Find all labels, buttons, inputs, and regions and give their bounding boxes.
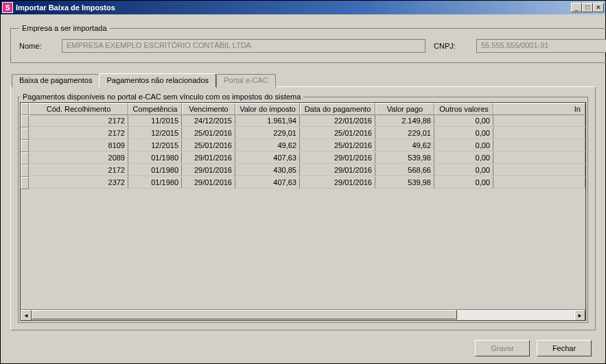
scroll-track[interactable] [32, 310, 574, 320]
nome-field: EMPRESA EXEMPLO ESCRITÓRIO CONTÁBIL LTDA [62, 39, 426, 53]
cell-rest[interactable] [493, 115, 585, 127]
row-handle[interactable] [21, 140, 29, 152]
cell-valor[interactable]: 407,63 [235, 152, 300, 164]
cell-valor-pago[interactable]: 568,66 [375, 165, 434, 176]
cell-valor[interactable]: 407,63 [235, 177, 300, 189]
cell-valor-pago[interactable]: 49,62 [375, 140, 434, 151]
cell-data-pag[interactable]: 25/01/2016 [300, 140, 375, 151]
cell-venc[interactable]: 29/01/2016 [182, 165, 235, 176]
cell-rest[interactable] [493, 140, 585, 151]
horizontal-scrollbar[interactable]: ◄ ► [21, 309, 585, 320]
row-handle[interactable] [21, 115, 29, 128]
col-valor-pago[interactable]: Valor pago [375, 103, 434, 115]
cell-rest[interactable] [493, 128, 585, 139]
cell-valor[interactable]: 430,85 [235, 165, 300, 176]
table-row[interactable]: 217212/201525/01/2016229,0125/01/2016229… [21, 128, 585, 140]
col-data-pagamento[interactable]: Data do pagamento [300, 103, 375, 115]
window-title: Importar Baixa de Impostos [16, 3, 571, 12]
cell-valor-pago[interactable]: 229,01 [375, 128, 434, 139]
table-row[interactable]: 208901/198029/01/2016407,6329/01/2016539… [21, 152, 585, 165]
gravar-button: Gravar [475, 340, 530, 356]
cell-outros[interactable]: 0,00 [434, 128, 493, 139]
cell-comp[interactable]: 11/2015 [128, 115, 182, 127]
cell-cod[interactable]: 8109 [29, 140, 128, 151]
footer: Gravar Fechar [8, 336, 598, 358]
row-handle[interactable] [21, 177, 29, 189]
grid-body[interactable]: 217211/201524/12/20151.961,9422/01/20162… [21, 115, 585, 309]
cell-outros[interactable]: 0,00 [434, 140, 493, 151]
table-row[interactable]: 217211/201524/12/20151.961,9422/01/20162… [21, 115, 585, 128]
cell-comp[interactable]: 01/1980 [128, 177, 182, 189]
cell-comp[interactable]: 01/1980 [128, 165, 182, 176]
company-fieldset: Empresa a ser importada Nome: EMPRESA EX… [10, 24, 606, 63]
col-in[interactable]: In [493, 103, 585, 115]
table-row[interactable]: 237201/198029/01/2016407,6329/01/2016539… [21, 177, 585, 189]
cell-comp[interactable]: 12/2015 [128, 128, 182, 139]
cell-venc[interactable]: 29/01/2016 [182, 152, 235, 164]
scroll-left-button[interactable]: ◄ [21, 310, 32, 321]
cell-rest[interactable] [493, 177, 585, 189]
cell-valor[interactable]: 1.961,94 [235, 115, 300, 127]
cell-rest[interactable] [493, 165, 585, 176]
cell-venc[interactable]: 29/01/2016 [182, 177, 235, 189]
cell-cod[interactable]: 2172 [29, 115, 128, 127]
cell-venc[interactable]: 24/12/2015 [182, 115, 235, 127]
cell-valor[interactable]: 49,62 [235, 140, 300, 151]
cell-comp[interactable]: 12/2015 [128, 140, 182, 151]
cell-comp[interactable]: 01/1980 [128, 152, 182, 164]
close-button[interactable]: ✕ [593, 3, 604, 12]
cell-outros[interactable]: 0,00 [434, 177, 493, 189]
cell-valor-pago[interactable]: 2.149,88 [375, 115, 434, 127]
cell-cod[interactable]: 2089 [29, 152, 128, 164]
scroll-thumb[interactable] [32, 310, 457, 319]
col-competencia[interactable]: Competência [128, 103, 182, 115]
tab-baixa-pagamentos[interactable]: Baixa de pagamentos [12, 74, 99, 88]
cell-cod[interactable]: 2372 [29, 177, 128, 189]
cell-valor-pago[interactable]: 539,98 [375, 177, 434, 189]
tab-panel: Pagamentos disponíveis no portal e-CAC s… [10, 86, 596, 330]
grid-legend: Pagamentos disponíveis no portal e-CAC s… [20, 93, 303, 101]
cell-rest[interactable] [493, 152, 585, 164]
table-row[interactable]: 810912/201525/01/201649,6225/01/201649,6… [21, 140, 585, 152]
client-area: Empresa a ser importada Nome: EMPRESA EX… [1, 14, 605, 363]
cell-outros[interactable]: 0,00 [434, 165, 493, 176]
cell-valor-pago[interactable]: 539,98 [375, 152, 434, 164]
cell-data-pag[interactable]: 29/01/2016 [300, 152, 375, 164]
cell-data-pag[interactable]: 22/01/2016 [300, 115, 375, 127]
grid-header: Cód. Recolhimento Competência Vencimento… [21, 103, 585, 115]
nome-label: Nome: [19, 42, 54, 50]
tab-pagamentos-nao-relacionados[interactable]: Pagamentos não relacionados [99, 73, 216, 87]
cell-cod[interactable]: 2172 [29, 128, 128, 139]
tab-portal-ecac: Portal e-CAC [216, 74, 276, 88]
cell-data-pag[interactable]: 29/01/2016 [300, 177, 375, 189]
cell-venc[interactable]: 25/01/2016 [182, 128, 235, 139]
cell-venc[interactable]: 25/01/2016 [182, 140, 235, 151]
app-icon: S [2, 2, 13, 13]
col-valor-imposto[interactable]: Valor do imposto [235, 103, 300, 115]
window-frame: S Importar Baixa de Impostos _ □ ✕ Empre… [0, 0, 606, 364]
fechar-button[interactable]: Fechar [537, 340, 592, 356]
row-handle[interactable] [21, 165, 29, 177]
cell-outros[interactable]: 0,00 [434, 152, 493, 164]
scroll-right-button[interactable]: ► [574, 310, 585, 321]
cnpj-field: 55.555.555/0001-91 [476, 39, 606, 53]
company-legend: Empresa a ser importada [19, 24, 110, 32]
titlebar[interactable]: S Importar Baixa de Impostos _ □ ✕ [1, 1, 605, 14]
maximize-button[interactable]: □ [582, 3, 593, 12]
minimize-button[interactable]: _ [571, 3, 582, 12]
window-controls: _ □ ✕ [571, 3, 604, 12]
grid-fieldset: Pagamentos disponíveis no portal e-CAC s… [18, 93, 588, 323]
cell-data-pag[interactable]: 25/01/2016 [300, 128, 375, 139]
col-cod-recolhimento[interactable]: Cód. Recolhimento [29, 103, 128, 115]
row-handle[interactable] [21, 152, 29, 165]
cell-data-pag[interactable]: 29/01/2016 [300, 165, 375, 176]
grid[interactable]: Cód. Recolhimento Competência Vencimento… [20, 102, 586, 321]
col-vencimento[interactable]: Vencimento [182, 103, 235, 115]
row-handle[interactable] [21, 128, 29, 140]
table-row[interactable]: 217201/198029/01/2016430,8529/01/2016568… [21, 165, 585, 177]
col-outros-valores[interactable]: Outros valores [434, 103, 493, 115]
cell-cod[interactable]: 2172 [29, 165, 128, 176]
row-header-corner [21, 103, 29, 115]
cell-valor[interactable]: 229,01 [235, 128, 300, 139]
cell-outros[interactable]: 0,00 [434, 115, 493, 127]
